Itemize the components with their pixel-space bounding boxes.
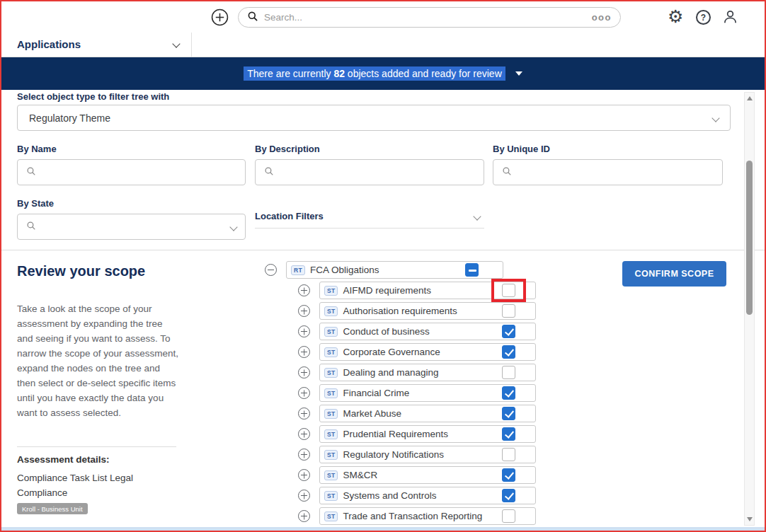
overflow-menu-icon[interactable]: ooo bbox=[592, 12, 612, 23]
tree-item-label: Prudential Requirements bbox=[343, 429, 448, 439]
banner-caret-icon[interactable] bbox=[515, 71, 522, 76]
type-badge: ST bbox=[324, 470, 338, 480]
tree-row: ST Prudential Requirements bbox=[298, 425, 536, 443]
type-badge: ST bbox=[324, 450, 338, 460]
collapse-icon[interactable] bbox=[265, 264, 277, 276]
tree-item-label: Market Abuse bbox=[343, 408, 401, 419]
tree-item-label: Authorisation requirements bbox=[343, 306, 457, 316]
object-type-select[interactable]: Regulatory Theme bbox=[17, 105, 731, 131]
by-state-input[interactable] bbox=[42, 221, 231, 232]
search-icon bbox=[26, 221, 36, 233]
checkbox[interactable] bbox=[502, 345, 515, 359]
chevron-down-icon bbox=[473, 212, 481, 220]
expand-icon[interactable] bbox=[298, 407, 310, 420]
checkbox[interactable] bbox=[502, 325, 515, 338]
applications-dropdown[interactable]: Applications bbox=[17, 38, 81, 50]
type-badge: ST bbox=[324, 347, 338, 357]
expand-icon[interactable] bbox=[298, 469, 310, 481]
expand-icon[interactable] bbox=[298, 346, 310, 358]
checkbox[interactable] bbox=[502, 366, 515, 379]
object-type-label: Select object type to filter tree with bbox=[17, 91, 169, 102]
scroll-up-arrow[interactable] bbox=[747, 96, 753, 100]
scrollbar-thumb[interactable] bbox=[746, 161, 753, 315]
checkbox[interactable] bbox=[502, 448, 515, 461]
checkbox[interactable] bbox=[502, 489, 515, 502]
divider bbox=[191, 33, 192, 57]
highlight-annotation bbox=[491, 279, 526, 302]
assessment-details-label: Assessment details: bbox=[17, 454, 110, 465]
bottom-edge bbox=[1, 527, 765, 531]
expand-icon[interactable] bbox=[298, 510, 310, 522]
tree-row: ST Authorisation requirements bbox=[298, 302, 536, 320]
top-bar: ooo ⚙ ? bbox=[1, 1, 765, 33]
business-unit-badge: Kroll - Business Unit bbox=[17, 503, 88, 514]
search-icon bbox=[264, 166, 274, 179]
checkbox[interactable] bbox=[502, 407, 515, 420]
checkbox[interactable] bbox=[465, 263, 479, 277]
search-icon bbox=[26, 166, 36, 179]
location-filters-toggle[interactable]: Location Filters bbox=[255, 204, 484, 229]
checkbox[interactable] bbox=[502, 468, 515, 482]
checkbox[interactable] bbox=[502, 427, 515, 441]
object-type-value: Regulatory Theme bbox=[29, 112, 110, 124]
expand-icon[interactable] bbox=[298, 366, 310, 378]
tree-row: ST Conduct of business bbox=[298, 323, 536, 340]
scope-description: Take a look at the scope of your assessm… bbox=[17, 301, 180, 420]
tree-row: ST Systems and Controls bbox=[298, 487, 536, 504]
by-description-input[interactable] bbox=[280, 167, 475, 178]
tree-item: ST Financial Crime bbox=[319, 384, 536, 402]
checkbox[interactable] bbox=[502, 304, 515, 318]
tree-item: ST Market Abuse bbox=[319, 405, 536, 422]
expand-icon[interactable] bbox=[298, 325, 310, 337]
banner-text: There are currently 82 objects added and… bbox=[244, 66, 505, 81]
tree-item-label: SM&CR bbox=[343, 470, 377, 480]
expand-icon[interactable] bbox=[298, 387, 310, 399]
scroll-down-arrow[interactable] bbox=[747, 517, 753, 521]
tree-item: ST Regulatory Notifications bbox=[319, 446, 536, 463]
tree-item: ST Conduct of business bbox=[319, 323, 536, 340]
expand-icon[interactable] bbox=[298, 449, 310, 461]
tree-row: ST SM&CR bbox=[298, 466, 536, 484]
tree-item-label: Conduct of business bbox=[343, 326, 429, 337]
type-badge: ST bbox=[324, 368, 338, 378]
page-title: Review your scope bbox=[17, 263, 145, 279]
by-description-label: By Description bbox=[255, 144, 320, 154]
by-name-filter bbox=[17, 159, 246, 185]
type-badge: ST bbox=[324, 409, 338, 419]
type-badge: ST bbox=[324, 306, 338, 316]
by-unique-id-input[interactable] bbox=[518, 167, 714, 178]
tree-row: ST Dealing and managing bbox=[298, 364, 536, 381]
expand-icon[interactable] bbox=[298, 428, 310, 440]
expand-icon[interactable] bbox=[298, 305, 310, 317]
user-profile-icon[interactable] bbox=[722, 8, 738, 28]
tree-row: ST AIFMD requirements bbox=[298, 282, 536, 299]
checkbox[interactable] bbox=[502, 509, 515, 523]
tree-item: ST Dealing and managing bbox=[319, 364, 536, 381]
tree-item-label: Financial Crime bbox=[343, 388, 409, 398]
tree-item: ST Authorisation requirements bbox=[319, 302, 536, 320]
help-icon[interactable]: ? bbox=[696, 10, 711, 25]
search-icon bbox=[247, 11, 258, 25]
checkbox[interactable] bbox=[502, 386, 515, 400]
section-divider bbox=[1, 250, 765, 250]
confirm-scope-button[interactable]: CONFIRM SCOPE bbox=[622, 261, 726, 287]
tree-item-label: Regulatory Notifications bbox=[343, 449, 444, 460]
checkbox[interactable] bbox=[502, 284, 515, 297]
expand-icon[interactable] bbox=[298, 490, 310, 502]
by-state-label: By State bbox=[17, 198, 54, 209]
by-name-input[interactable] bbox=[42, 167, 236, 178]
search-input[interactable] bbox=[264, 12, 592, 23]
add-icon[interactable] bbox=[211, 8, 229, 26]
chevron-down-icon bbox=[711, 114, 719, 122]
applications-bar: Applications bbox=[1, 33, 765, 57]
by-description-filter bbox=[255, 159, 484, 185]
divider bbox=[17, 446, 176, 447]
expand-icon[interactable] bbox=[298, 284, 310, 296]
tree-row: ST Regulatory Notifications bbox=[298, 446, 536, 463]
tree-root-item: RT FCA Obligations bbox=[286, 261, 503, 279]
tree-row: ST Trade and Transaction Reporting bbox=[298, 507, 536, 525]
tree-row: ST Corporate Governance bbox=[298, 343, 536, 361]
type-badge: RT bbox=[291, 265, 305, 275]
scope-tree: RT FCA Obligations ST AIFMD requirements… bbox=[265, 261, 536, 528]
settings-gear-icon[interactable]: ⚙ bbox=[668, 6, 683, 28]
